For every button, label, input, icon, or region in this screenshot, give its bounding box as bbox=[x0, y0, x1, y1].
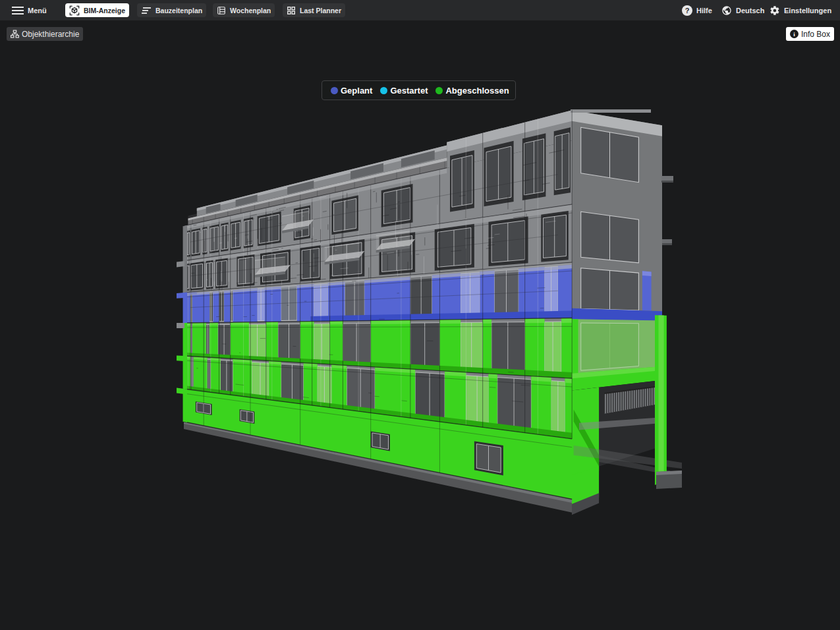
svg-text:?: ? bbox=[685, 7, 690, 14]
